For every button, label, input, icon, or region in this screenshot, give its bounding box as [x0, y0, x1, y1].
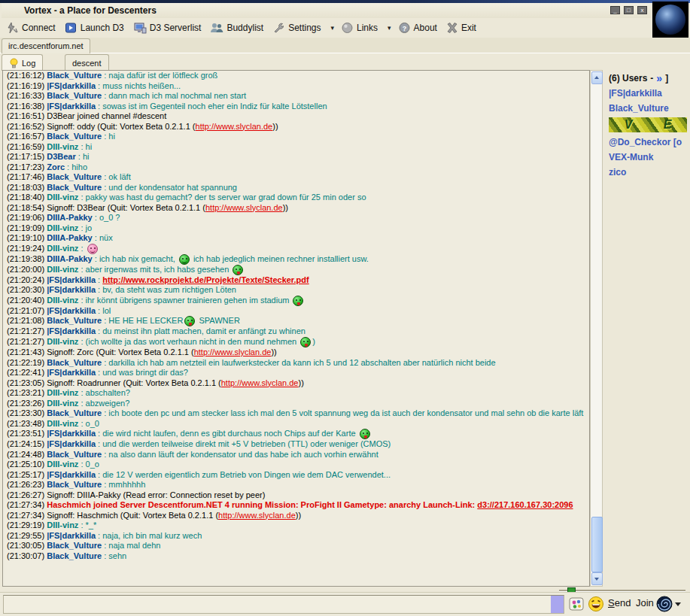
toolbar: ConnectLaunch D3D3 ServerlistBuddylistSe…	[0, 18, 651, 37]
toolbar-button-launch-d3[interactable]: Launch D3	[63, 20, 129, 35]
chat-line: (21:23:26) DIII-vinz : abzweigen?	[7, 399, 585, 409]
nickname: |FS|darkkilla	[47, 429, 96, 438]
message-text: *_*	[86, 520, 97, 530]
chat-link[interactable]: http://www.slyclan.de	[194, 347, 272, 357]
user-list-item[interactable]: Black_Vulture	[609, 103, 690, 114]
emoticon-palette-icon[interactable]	[568, 596, 585, 612]
green-tongue-emoticon-icon	[300, 337, 311, 347]
chat-scrollbar[interactable]	[590, 70, 603, 587]
toolbar-button-settings[interactable]: Settings	[271, 20, 325, 35]
timestamp: (21:16:51)	[7, 111, 47, 120]
ve-clan-banner[interactable]: VE	[609, 117, 687, 132]
chat-line: (21:20:30) |FS|darkkilla : bv, da steht …	[7, 285, 585, 296]
nickname: Black_Vulture	[47, 316, 102, 325]
scroll-up-button[interactable]	[591, 71, 603, 84]
scrollbar-thumb[interactable]	[591, 517, 603, 572]
toolbar-button-buddylist[interactable]: Buddylist	[208, 20, 268, 35]
timestamp: (21:18:40)	[7, 193, 47, 202]
message-text: naja mal dehn	[108, 541, 160, 550]
tab-descent[interactable]: descent	[65, 54, 109, 71]
toolbar-button-exit[interactable]: Exit	[445, 20, 481, 35]
chat-line: (21:23:21) DIII-vinz : abschalten?	[7, 388, 585, 399]
nickname: Black_Vulture	[47, 480, 102, 489]
chat-line: (21:21:08) Black_Vulture : HE HE HE LECK…	[7, 316, 585, 326]
toolbar-button-connect[interactable]: Connect	[5, 20, 60, 35]
green-smile-emoticon-icon	[179, 254, 190, 265]
chat-line: (21:23:30) Black_Vulture : ich boote den…	[7, 408, 585, 419]
nickname: Black_Vulture	[47, 551, 102, 560]
message-text: darkilla ich hab am netzteil ein laufwer…	[108, 358, 495, 367]
chat-line: (21:20:24) |FS|darkkilla : http://www.ro…	[7, 275, 585, 286]
chat-link[interactable]: http://www.slyclan.de	[221, 378, 299, 387]
title-bar[interactable]: Vortex - a Place for Descenters	[2, 3, 651, 18]
chat-line: (21:17:46) Black_Vulture : ok läft	[7, 172, 585, 183]
timestamp: (21:24:48)	[7, 450, 47, 459]
server-tab-row: irc.descentforum.net	[0, 38, 690, 53]
nickname: Black_Vulture	[47, 541, 102, 550]
message-input[interactable]	[3, 595, 564, 614]
message-text: HE HE HE LECKER	[108, 316, 183, 325]
join-button[interactable]: Join	[636, 597, 654, 608]
exit-icon	[446, 22, 458, 34]
laugh-smiley-icon[interactable]	[588, 596, 604, 612]
timestamp: (21:21:07)	[7, 306, 47, 315]
nickname: Zorc	[47, 162, 65, 171]
timestamp: (21:29:19)	[7, 520, 47, 530]
message-text: nüx	[99, 233, 113, 242]
toolbar-label: Buddylist	[226, 23, 263, 33]
chat-link[interactable]: d3://217.160.167.30:2096	[477, 500, 573, 509]
message-text: pakky was hast du gemacht? der ts server…	[86, 193, 366, 202]
message-text: du meinst ihn platt machen, damit er anf…	[102, 326, 305, 335]
toolbar-label: Launch D3	[81, 23, 124, 33]
nickname: DIII-vinz	[47, 223, 78, 232]
message-text: ))	[296, 511, 301, 520]
toolbar-button-links[interactable]: Links	[339, 20, 382, 35]
user-list-item[interactable]: |FS|darkkilla	[609, 88, 690, 99]
timestamp: (21:24:15)	[7, 439, 47, 448]
timestamp: (21:25:17)	[7, 470, 47, 479]
tab-log[interactable]: Log	[2, 54, 43, 71]
chat-link[interactable]: http://www.slyclan.de	[196, 122, 273, 131]
nickname: Black_Vulture	[47, 408, 102, 417]
user-list-item[interactable]: @Do_Checkor [o	[609, 137, 690, 147]
close-button[interactable]: x	[637, 6, 647, 14]
chat-line: (21:16:59) DIII-vinz : hi	[7, 142, 585, 153]
users-panel: (6) Users - » ] |FS|darkkillaBlack_Vultu…	[603, 70, 690, 587]
channel-tab-row: Log descent	[0, 53, 690, 70]
chevron-down-icon[interactable]: ▾	[385, 23, 394, 33]
maximize-button[interactable]: □	[624, 6, 634, 14]
nickname: DIII-vinz	[47, 244, 78, 253]
chat-line: (21:22:41) |FS|darkkilla : und was bring…	[7, 368, 585, 378]
timestamp: (21:17:23)	[7, 162, 47, 171]
toolbar-button-about[interactable]: ?About	[397, 20, 442, 35]
nickname: DIII-vinz	[47, 265, 78, 274]
planet-icon	[655, 5, 685, 35]
user-list-item[interactable]: VEX-Munk	[609, 152, 690, 162]
collapse-panel-icon[interactable]: »	[656, 74, 662, 82]
chevron-down-icon[interactable]: ▾	[329, 23, 337, 33]
timestamp: (21:16:52)	[7, 122, 47, 131]
chat-line: (21:19:10) DIIIA-Pakky : nüx	[7, 233, 585, 244]
message-text: ))	[271, 347, 276, 357]
send-button[interactable]: Send	[608, 597, 631, 608]
minimize-button[interactable]: _	[610, 6, 620, 14]
vortex-menu-button[interactable]	[656, 596, 681, 612]
message-text: muss nichts heißen...	[102, 81, 181, 90]
chat-link[interactable]: http://www.slyclan.de	[218, 511, 296, 520]
green-tongue-emoticon-icon	[233, 265, 243, 275]
nickname: |FS|darkkilla	[47, 81, 96, 90]
chat-link[interactable]: http://www.rockprojekt.de/Projekte/Texte…	[102, 275, 309, 284]
server-tab[interactable]: irc.descentforum.net	[2, 38, 90, 53]
message-text: Signoff: Roadrunner (Quit: Vortex Beta 0…	[47, 378, 221, 387]
chat-line: (21:19:06) DIIIA-Pakky : o_0 ?	[7, 213, 585, 223]
nickname: DIII-vinz	[47, 337, 78, 346]
scroll-down-button[interactable]	[591, 572, 603, 585]
message-text: jo	[86, 223, 93, 232]
timestamp: (21:27:34)	[7, 500, 47, 509]
toolbar-button-d3-serverlist[interactable]: D3 Serverlist	[132, 20, 206, 35]
user-list-item[interactable]: zico	[609, 167, 690, 178]
timestamp: (21:19:24)	[7, 244, 47, 253]
message-text: aber irgenwas mit ts, ich habs gesehen	[86, 265, 232, 274]
chat-line: (21:25:17) |FS|darkkilla : die 12 V werd…	[7, 470, 585, 481]
chat-link[interactable]: http://www.slyclan.de	[205, 203, 283, 212]
